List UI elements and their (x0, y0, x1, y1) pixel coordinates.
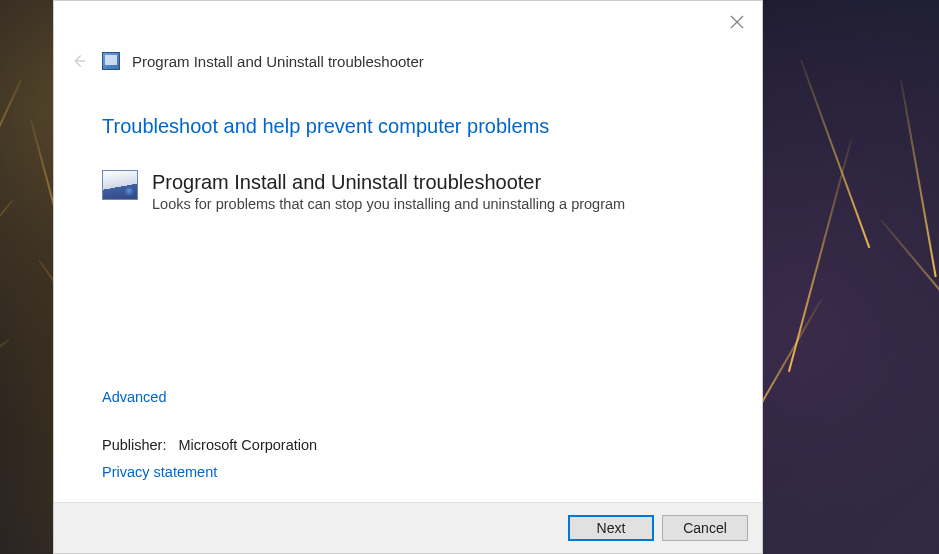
publisher-label: Publisher: (102, 437, 166, 453)
bottom-area: Advanced Publisher: Microsoft Corporatio… (54, 388, 762, 502)
troubleshooter-dialog: Program Install and Uninstall troublesho… (53, 0, 763, 554)
publisher-value: Microsoft Corporation (179, 437, 318, 453)
advanced-link[interactable]: Advanced (102, 389, 167, 405)
privacy-statement-link[interactable]: Privacy statement (102, 464, 217, 480)
tool-text: Program Install and Uninstall troublesho… (152, 170, 714, 212)
tool-icon (102, 170, 138, 200)
next-button[interactable]: Next (568, 515, 654, 541)
back-arrow-icon (66, 49, 90, 73)
close-icon[interactable] (730, 15, 744, 29)
tool-title: Program Install and Uninstall troublesho… (152, 170, 714, 194)
publisher-row: Publisher: Microsoft Corporation (102, 437, 714, 453)
tool-description: Looks for problems that can stop you ins… (152, 196, 714, 212)
main-heading: Troubleshoot and help prevent computer p… (102, 115, 714, 138)
titlebar (54, 1, 762, 37)
header-row: Program Install and Uninstall troublesho… (54, 49, 762, 73)
tool-row: Program Install and Uninstall troublesho… (102, 170, 714, 212)
header-title: Program Install and Uninstall troublesho… (132, 53, 424, 70)
content-area: Troubleshoot and help prevent computer p… (54, 73, 762, 388)
button-bar: Next Cancel (54, 502, 762, 553)
cancel-button[interactable]: Cancel (662, 515, 748, 541)
troubleshooter-header-icon (102, 52, 120, 70)
